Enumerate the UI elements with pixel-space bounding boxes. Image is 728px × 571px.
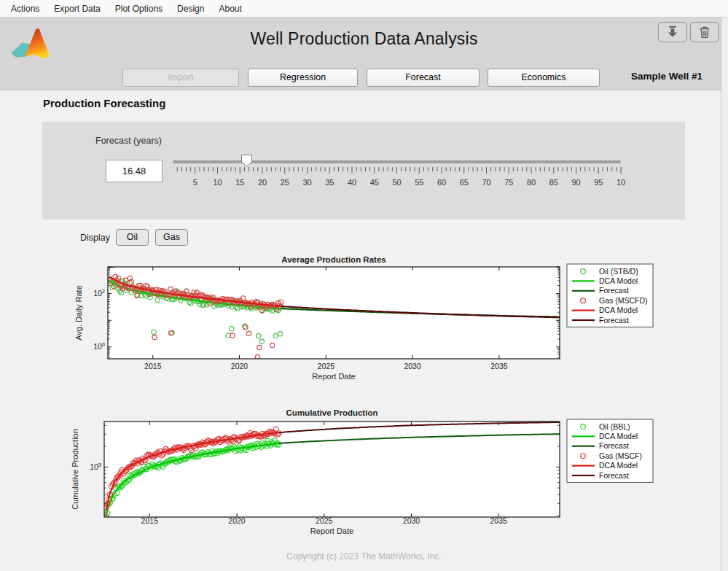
- right-gutter: [721, 18, 728, 571]
- menu-actions[interactable]: Actions: [4, 1, 47, 16]
- forecast-slider-thumb[interactable]: [241, 155, 252, 167]
- forecast-slider-ticks: 510152025303540455055606570758085909510: [171, 166, 637, 191]
- legend-entry-label: DCA Model: [599, 432, 638, 440]
- forecast-panel: Forecast (years) 51015202530354045505560…: [42, 122, 685, 220]
- gas-toggle-button[interactable]: Gas: [155, 229, 188, 246]
- x-axis-label: Report Date: [310, 527, 353, 535]
- x-tick-label: 2020: [231, 362, 248, 370]
- forecast-years-label: Forecast (years): [95, 136, 162, 146]
- slider-tick-label: 55: [415, 178, 423, 187]
- slider-tick-label: 70: [482, 178, 490, 187]
- slider-tick-label: 60: [437, 178, 446, 187]
- menu-design[interactable]: Design: [170, 1, 211, 16]
- slider-tick-label: 15: [235, 178, 244, 187]
- oil-toggle-button[interactable]: Oil: [116, 229, 149, 246]
- slider-tick-label: 25: [281, 178, 289, 187]
- x-tick-label: 2030: [403, 516, 420, 525]
- import-data-icon: [665, 25, 681, 39]
- import-data-button[interactable]: [658, 22, 687, 42]
- section-title: Production Forecasting: [43, 97, 165, 109]
- legend-entry-label: Forecast: [599, 471, 629, 480]
- chart-svg: 20152020202520302035105Cumulative Produc…: [0, 404, 728, 543]
- x-tick-label: 2030: [404, 362, 421, 370]
- slider-tick-label: 5: [193, 178, 197, 187]
- legend: Oil (BBL)DCA ModelForecastGas (MSCF)DCA …: [567, 419, 653, 482]
- slider-tick-label: 75: [504, 178, 513, 187]
- legend-entry-label: DCA Model: [599, 276, 638, 285]
- slider-tick-label: 95: [594, 178, 603, 187]
- x-tick-label: 2035: [490, 516, 508, 525]
- regression-tab-button[interactable]: Regression: [248, 69, 358, 87]
- app-header: Well Production Data Analysis Import Reg…: [0, 18, 728, 90]
- forecast-slider-track[interactable]: [173, 160, 621, 163]
- economics-tab-button[interactable]: Economics: [488, 69, 600, 87]
- menu-about[interactable]: About: [211, 1, 248, 16]
- legend-entry-label: Oil (STB/D): [599, 267, 638, 276]
- slider-tick-label: 35: [325, 178, 334, 187]
- legend-entry-label: DCA Model: [599, 461, 638, 470]
- y-axis-label: Cumulative Production: [71, 429, 79, 510]
- legend-entry-label: Forecast: [599, 441, 629, 450]
- legend-entry-label: DCA Model: [599, 306, 638, 314]
- legend-entry-label: Forecast: [599, 316, 629, 325]
- slider-tick-label: 10: [213, 178, 222, 187]
- menu-export-data[interactable]: Export Data: [47, 1, 107, 16]
- y-tick-label: 100: [93, 341, 105, 351]
- x-tick-label: 2015: [141, 516, 159, 525]
- x-tick-label: 2035: [490, 362, 508, 370]
- chart-title: Average Production Rates: [281, 255, 385, 264]
- slider-tick-label: 30: [302, 178, 311, 187]
- legend-entry-label: Gas (MSCF): [599, 451, 642, 460]
- menu-bar: Actions Export Data Plot Options Design …: [0, 0, 728, 18]
- import-tab-button[interactable]: Import: [122, 69, 239, 87]
- slider-tick-label: 85: [549, 178, 558, 187]
- y-tick-label: 105: [90, 462, 101, 472]
- slider-tick-label: 80: [527, 178, 536, 187]
- x-tick-label: 2025: [318, 362, 335, 370]
- rates-chart: 20152020202520302035100102Average Produc…: [0, 254, 728, 389]
- x-tick-label: 2025: [316, 516, 333, 525]
- menu-plot-options[interactable]: Plot Options: [108, 1, 170, 16]
- delete-button[interactable]: [690, 22, 719, 42]
- forecast-tab-button[interactable]: Forecast: [367, 69, 480, 87]
- y-tick-label: 102: [93, 288, 105, 298]
- cumulative-chart: 20152020202520302035105Cumulative Produc…: [0, 404, 728, 545]
- legend-entry-label: Forecast: [599, 286, 629, 295]
- page-title: Well Production Data Analysis: [0, 29, 728, 49]
- display-label: Display: [80, 233, 110, 243]
- slider-tick-label: 50: [392, 178, 401, 187]
- app-window: Actions Export Data Plot Options Design …: [0, 0, 728, 571]
- y-axis-label: Avg. Daily Rate: [74, 285, 83, 341]
- legend-entry-label: Gas (MSCFD): [599, 296, 648, 305]
- x-tick-label: 2015: [144, 362, 162, 370]
- slider-tick-label: 90: [571, 178, 580, 187]
- slider-tick-label: 45: [370, 178, 379, 187]
- slider-tick-label: 65: [460, 178, 469, 187]
- well-name-label: Sample Well #1: [616, 71, 718, 82]
- legend: Oil (STB/D)DCA ModelForecastGas (MSCFD)D…: [567, 264, 653, 327]
- legend-entry-label: Oil (BBL): [599, 422, 630, 431]
- slider-tick-label: 40: [348, 178, 356, 187]
- x-tick-label: 2020: [228, 516, 246, 525]
- trash-icon: [697, 25, 713, 39]
- chart-title: Cumulative Production: [286, 408, 378, 417]
- slider-tick-label: 10: [617, 178, 625, 187]
- slider-tick-label: 20: [258, 178, 267, 187]
- copyright-text: Copyright (c) 2023 The MathWorks, Inc.: [0, 551, 728, 562]
- x-axis-label: Report Date: [312, 372, 355, 381]
- chart-svg: 20152020202520302035100102Average Produc…: [0, 254, 728, 387]
- forecast-years-input[interactable]: [106, 160, 163, 182]
